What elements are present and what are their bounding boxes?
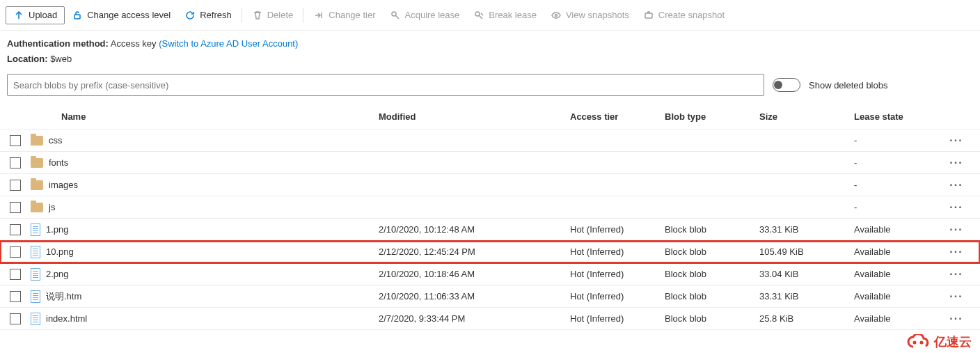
break-lease-icon xyxy=(473,10,484,21)
row-context-menu[interactable]: ··· xyxy=(938,201,974,214)
row-context-menu[interactable]: ··· xyxy=(938,223,974,236)
col-modified[interactable]: Modified xyxy=(379,111,570,122)
row-checkbox[interactable] xyxy=(10,180,21,191)
col-size[interactable]: Size xyxy=(759,111,854,122)
row-lease: - xyxy=(854,135,938,146)
table-row[interactable]: css-··· xyxy=(0,130,980,152)
acquire-lease-icon xyxy=(390,10,401,21)
separator xyxy=(242,8,242,23)
row-name[interactable]: fonts xyxy=(49,157,68,168)
upload-button[interactable]: Upload xyxy=(6,6,65,24)
row-name[interactable]: 说明.htm xyxy=(46,290,81,303)
table-row[interactable]: 说明.htm2/10/2020, 11:06:33 AMHot (Inferre… xyxy=(0,285,980,308)
col-lease-state[interactable]: Lease state xyxy=(854,111,938,122)
row-context-menu[interactable]: ··· xyxy=(938,290,974,303)
location-value: $web xyxy=(50,54,72,64)
row-context-menu[interactable]: ··· xyxy=(938,246,974,258)
row-lease: Available xyxy=(854,246,938,257)
separator xyxy=(303,8,303,23)
row-tier: Hot (Inferred) xyxy=(570,224,665,235)
row-lease: - xyxy=(854,157,938,168)
row-checkbox[interactable] xyxy=(10,269,21,280)
acquire-lease-button: Acquire lease xyxy=(383,6,467,25)
toolbar: Upload Change access level Refresh Delet… xyxy=(0,0,980,31)
file-icon xyxy=(31,268,40,281)
row-checkbox[interactable] xyxy=(10,157,21,168)
lock-icon xyxy=(72,10,83,21)
row-tier: Hot (Inferred) xyxy=(570,246,665,257)
row-modified: 2/10/2020, 10:18:46 AM xyxy=(379,269,570,279)
row-name[interactable]: images xyxy=(49,180,78,190)
change-access-level-label: Change access level xyxy=(87,10,171,20)
table-row[interactable]: index.html2/7/2020, 9:33:44 PMHot (Infer… xyxy=(0,308,980,330)
row-size: 33.04 KiB xyxy=(759,269,854,279)
col-name[interactable]: Name xyxy=(31,111,379,122)
folder-icon xyxy=(31,203,43,212)
delete-label: Delete xyxy=(267,10,294,20)
row-checkbox[interactable] xyxy=(10,135,21,146)
refresh-icon xyxy=(184,10,196,21)
table-row[interactable]: fonts-··· xyxy=(0,152,980,174)
change-tier-button: Change tier xyxy=(306,6,382,25)
create-snapshot-label: Create snapshot xyxy=(658,10,725,20)
row-modified: 2/10/2020, 11:06:33 AM xyxy=(379,291,570,301)
info-bar: Authentication method: Access key (Switc… xyxy=(0,31,980,70)
acquire-lease-label: Acquire lease xyxy=(405,10,460,20)
row-context-menu[interactable]: ··· xyxy=(938,313,974,325)
trash-icon xyxy=(252,10,263,21)
file-icon xyxy=(31,246,40,258)
row-context-menu[interactable]: ··· xyxy=(938,179,974,191)
folder-icon xyxy=(31,158,43,168)
view-snapshots-label: View snapshots xyxy=(566,10,629,20)
auth-method-label: Authentication method: xyxy=(7,38,109,49)
col-blob-type[interactable]: Blob type xyxy=(665,111,759,122)
row-checkbox[interactable] xyxy=(10,246,21,258)
folder-icon xyxy=(31,136,43,146)
row-blob: Block blob xyxy=(665,313,759,324)
table-row[interactable]: 10.png2/12/2020, 12:45:24 PMHot (Inferre… xyxy=(0,241,980,263)
blob-table: Name Modified Access tier Blob type Size… xyxy=(0,104,980,330)
table-row[interactable]: images-··· xyxy=(0,174,980,196)
show-deleted-label: Show deleted blobs xyxy=(809,80,887,91)
row-checkbox[interactable] xyxy=(10,313,21,324)
change-access-level-button[interactable]: Change access level xyxy=(65,6,177,25)
search-row: Show deleted blobs xyxy=(0,70,980,104)
row-name[interactable]: js xyxy=(49,202,55,212)
view-snapshots-button: View snapshots xyxy=(544,6,636,25)
svg-point-3 xyxy=(555,14,557,16)
row-name[interactable]: 1.png xyxy=(46,224,69,235)
row-checkbox[interactable] xyxy=(10,291,21,302)
tier-icon xyxy=(313,10,324,21)
table-row[interactable]: 2.png2/10/2020, 10:18:46 AMHot (Inferred… xyxy=(0,263,980,285)
col-access-tier[interactable]: Access tier xyxy=(570,111,665,122)
row-lease: - xyxy=(854,180,938,190)
row-checkbox[interactable] xyxy=(10,224,21,235)
file-icon xyxy=(31,313,40,325)
row-checkbox[interactable] xyxy=(10,202,21,213)
row-name[interactable]: index.html xyxy=(46,313,87,324)
row-lease: Available xyxy=(854,224,938,235)
row-name[interactable]: 2.png xyxy=(46,269,69,279)
row-context-menu[interactable]: ··· xyxy=(938,157,974,169)
row-name[interactable]: css xyxy=(49,135,63,146)
row-blob: Block blob xyxy=(665,224,759,235)
row-modified: 2/10/2020, 10:12:48 AM xyxy=(379,224,570,235)
row-lease: Available xyxy=(854,291,938,301)
search-input[interactable] xyxy=(7,74,764,96)
refresh-button[interactable]: Refresh xyxy=(177,6,239,25)
location-label: Location: xyxy=(7,54,48,64)
create-snapshot-button: Create snapshot xyxy=(636,6,732,25)
show-deleted-toggle[interactable] xyxy=(773,78,800,92)
row-context-menu[interactable]: ··· xyxy=(938,134,974,147)
refresh-label: Refresh xyxy=(200,10,232,20)
table-row[interactable]: 1.png2/10/2020, 10:12:48 AMHot (Inferred… xyxy=(0,219,980,241)
svg-rect-0 xyxy=(74,15,80,19)
table-row[interactable]: js-··· xyxy=(0,196,980,219)
row-size: 33.31 KiB xyxy=(759,291,854,301)
upload-icon xyxy=(13,10,24,21)
file-icon xyxy=(31,223,40,236)
switch-auth-link[interactable]: (Switch to Azure AD User Account) xyxy=(159,38,298,49)
row-context-menu[interactable]: ··· xyxy=(938,268,974,281)
eye-icon xyxy=(551,10,562,21)
row-name[interactable]: 10.png xyxy=(46,246,74,257)
